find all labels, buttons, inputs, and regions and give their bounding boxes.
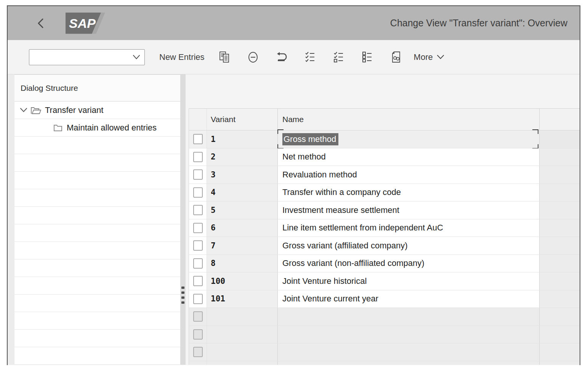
select-block-icon <box>332 51 345 64</box>
header-filler-cell <box>539 109 580 130</box>
table-empty-row[interactable] <box>189 326 580 344</box>
row-checkbox[interactable] <box>193 240 203 251</box>
name-text: Gross variant (non-affiliated company) <box>282 258 425 268</box>
dialog-structure-empty-row <box>14 347 180 365</box>
name-cell[interactable]: Gross method <box>277 130 539 148</box>
copy-button[interactable] <box>216 48 233 66</box>
row-filler-cell <box>539 184 580 201</box>
table-row[interactable]: 7 Gross variant (affiliated company) <box>189 237 580 255</box>
row-filler-cell <box>539 343 580 361</box>
variant-cell[interactable]: 1 <box>207 130 277 148</box>
dialog-structure-item-transfer-variant[interactable]: Transfer variant <box>14 101 180 119</box>
row-checkbox[interactable] <box>193 223 203 233</box>
row-checkbox-cell <box>189 148 207 166</box>
new-entries-button[interactable]: New Entries <box>159 52 205 62</box>
row-checkbox[interactable] <box>193 152 203 162</box>
name-cell[interactable] <box>277 361 539 365</box>
name-text: Revaluation method <box>282 170 357 180</box>
name-cell[interactable]: Line item settlement from independent Au… <box>277 219 539 237</box>
name-cell[interactable] <box>277 326 539 343</box>
copy-icon <box>218 51 231 64</box>
variant-cell[interactable]: 100 <box>207 272 277 290</box>
row-checkbox-cell <box>189 166 207 184</box>
row-checkbox[interactable] <box>193 347 203 357</box>
variant-cell[interactable]: 3 <box>207 166 277 184</box>
row-checkbox[interactable] <box>193 169 203 180</box>
variant-cell[interactable] <box>207 361 277 365</box>
row-filler-cell <box>539 326 580 343</box>
display-icon <box>389 51 402 64</box>
name-cell[interactable]: Revaluation method <box>277 166 539 184</box>
row-checkbox[interactable] <box>193 134 203 144</box>
deselect-all-button[interactable] <box>359 48 376 66</box>
table-empty-row[interactable] <box>189 343 580 361</box>
row-checkbox[interactable] <box>193 258 203 269</box>
table-panel: Variant Name 1 Gross method 2 Net method <box>186 74 580 365</box>
variant-cell[interactable] <box>207 326 277 343</box>
name-cell[interactable]: Joint Venture historical <box>277 272 539 290</box>
table-row[interactable]: 4 Transfer within a company code <box>189 184 580 202</box>
variant-cell[interactable]: 7 <box>207 237 277 254</box>
table-empty-row[interactable] <box>189 308 580 326</box>
select-all-button[interactable] <box>301 48 319 66</box>
row-checkbox-cell <box>189 290 207 308</box>
variant-cell[interactable]: 101 <box>207 290 277 308</box>
row-checkbox[interactable] <box>193 311 203 322</box>
table-empty-row[interactable] <box>189 361 580 365</box>
name-text: Line item settlement from independent Au… <box>282 223 443 233</box>
back-chevron-icon <box>36 18 46 29</box>
command-combobox[interactable] <box>29 49 145 65</box>
row-checkbox[interactable] <box>193 294 203 304</box>
table-row[interactable]: 8 Gross variant (non-affiliated company) <box>189 255 580 273</box>
undo-button[interactable] <box>273 48 290 66</box>
row-filler-cell <box>539 290 580 308</box>
dialog-structure-empty-row <box>14 242 180 259</box>
row-checkbox-cell <box>189 255 207 272</box>
name-cell[interactable]: Transfer within a company code <box>277 184 539 201</box>
delete-button[interactable] <box>244 48 262 66</box>
select-block-button[interactable] <box>330 48 348 66</box>
table-row[interactable]: 6 Line item settlement from independent … <box>189 219 580 237</box>
name-cell[interactable]: Net method <box>277 148 539 166</box>
row-checkbox[interactable] <box>193 187 203 198</box>
sap-window: SAP Change View "Transfer variant": Over… <box>7 5 580 365</box>
dialog-structure-item-maintain-allowed-entries[interactable]: Maintain allowed entries <box>14 119 180 137</box>
header-checkbox-cell <box>189 109 207 130</box>
row-checkbox[interactable] <box>193 205 203 215</box>
row-checkbox[interactable] <box>193 276 203 286</box>
row-checkbox-cell <box>189 219 207 237</box>
name-cell[interactable]: Gross variant (non-affiliated company) <box>277 255 539 272</box>
variant-cell[interactable]: 2 <box>207 148 277 166</box>
more-button[interactable]: More <box>414 52 445 62</box>
table-row[interactable]: 100 Joint Venture historical <box>189 272 580 290</box>
chevron-down-icon[interactable] <box>19 107 29 113</box>
variant-cell[interactable] <box>207 343 277 361</box>
transfer-variant-table: Variant Name 1 Gross method 2 Net method <box>189 108 580 365</box>
row-checkbox-cell <box>189 326 207 343</box>
dialog-structure-panel: Dialog Structure Transfer variant Mainta… <box>14 74 180 365</box>
variant-cell[interactable]: 5 <box>207 201 277 219</box>
variant-cell[interactable]: 6 <box>207 219 277 237</box>
table-row[interactable]: 3 Revaluation method <box>189 166 580 184</box>
variant-cell[interactable]: 8 <box>207 255 277 272</box>
table-row-selected[interactable]: 1 Gross method <box>189 130 580 148</box>
name-cell[interactable]: Investment measure settlement <box>277 201 539 219</box>
name-cell[interactable]: Joint Venture current year <box>277 290 539 308</box>
name-text: Joint Venture current year <box>282 294 378 304</box>
variant-cell[interactable] <box>207 308 277 325</box>
row-filler-cell <box>539 166 580 184</box>
display-button[interactable] <box>387 48 405 66</box>
content-area: Dialog Structure Transfer variant Mainta… <box>8 74 580 365</box>
table-row[interactable]: 2 Net method <box>189 148 580 166</box>
back-button[interactable] <box>35 17 46 30</box>
table-row[interactable]: 101 Joint Venture current year <box>189 290 580 308</box>
name-cell[interactable]: Gross variant (affiliated company) <box>277 237 539 254</box>
chevron-down-icon <box>132 54 141 60</box>
row-filler-cell <box>539 219 580 237</box>
name-cell[interactable] <box>277 343 539 361</box>
name-cell[interactable] <box>277 308 539 325</box>
table-row[interactable]: 5 Investment measure settlement <box>189 201 580 219</box>
row-checkbox[interactable] <box>193 329 203 340</box>
variant-cell[interactable]: 4 <box>207 184 277 201</box>
panel-splitter[interactable] <box>180 74 186 365</box>
